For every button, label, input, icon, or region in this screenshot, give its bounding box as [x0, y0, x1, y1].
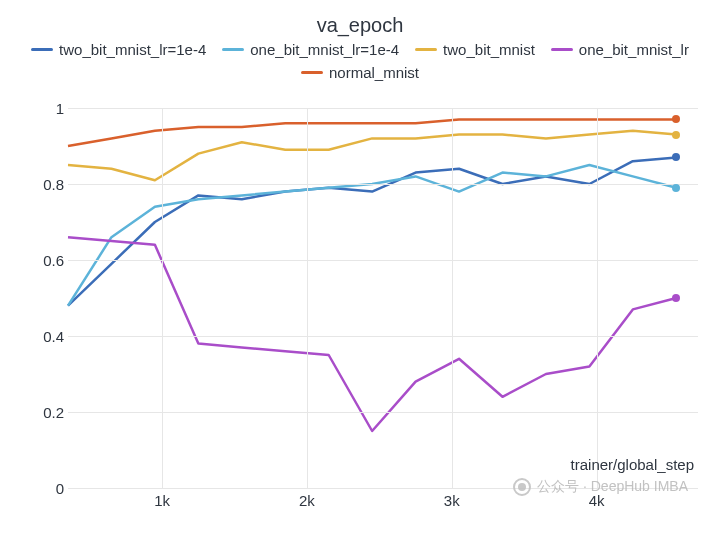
series-end-dot	[672, 153, 680, 161]
legend: two_bit_mnist_lr=1e-4one_bit_mnist_lr=1e…	[18, 41, 702, 81]
series-end-dot	[672, 294, 680, 302]
y-tick-label: 0	[30, 480, 64, 497]
x-axis-label: trainer/global_step	[571, 456, 694, 473]
y-tick-label: 0.2	[30, 404, 64, 421]
grid-line	[162, 108, 163, 488]
legend-label: normal_mnist	[329, 64, 419, 81]
legend-swatch	[551, 48, 573, 51]
legend-swatch	[31, 48, 53, 51]
series-line[interactable]	[68, 237, 676, 431]
y-tick-label: 0.8	[30, 176, 64, 193]
x-tick-label: 2k	[299, 492, 315, 509]
x-tick-label: 1k	[154, 492, 170, 509]
y-tick-label: 0.4	[30, 328, 64, 345]
x-tick-label: 3k	[444, 492, 460, 509]
series-line[interactable]	[68, 131, 676, 180]
grid-line	[307, 108, 308, 488]
legend-label: one_bit_mnist_lr	[579, 41, 689, 58]
grid-line	[452, 108, 453, 488]
series-end-dot	[672, 184, 680, 192]
legend-item[interactable]: one_bit_mnist_lr	[551, 41, 689, 58]
legend-label: one_bit_mnist_lr=1e-4	[250, 41, 399, 58]
grid-line	[597, 108, 598, 488]
series-end-dot	[672, 131, 680, 139]
chart-title: va_epoch	[8, 14, 712, 37]
chart-container: va_epoch two_bit_mnist_lr=1e-4one_bit_mn…	[8, 8, 712, 532]
y-tick-label: 0.6	[30, 252, 64, 269]
legend-item[interactable]: two_bit_mnist_lr=1e-4	[31, 41, 206, 58]
grid-line	[68, 488, 698, 489]
series-line[interactable]	[68, 119, 676, 146]
plot-area	[68, 108, 698, 488]
legend-swatch	[415, 48, 437, 51]
legend-item[interactable]: two_bit_mnist	[415, 41, 535, 58]
legend-swatch	[301, 71, 323, 74]
legend-item[interactable]: one_bit_mnist_lr=1e-4	[222, 41, 399, 58]
series-line[interactable]	[68, 165, 676, 306]
legend-label: two_bit_mnist_lr=1e-4	[59, 41, 206, 58]
legend-swatch	[222, 48, 244, 51]
series-line[interactable]	[68, 157, 676, 305]
y-tick-label: 1	[30, 100, 64, 117]
x-tick-label: 4k	[589, 492, 605, 509]
legend-label: two_bit_mnist	[443, 41, 535, 58]
legend-item[interactable]: normal_mnist	[301, 64, 419, 81]
series-end-dot	[672, 115, 680, 123]
